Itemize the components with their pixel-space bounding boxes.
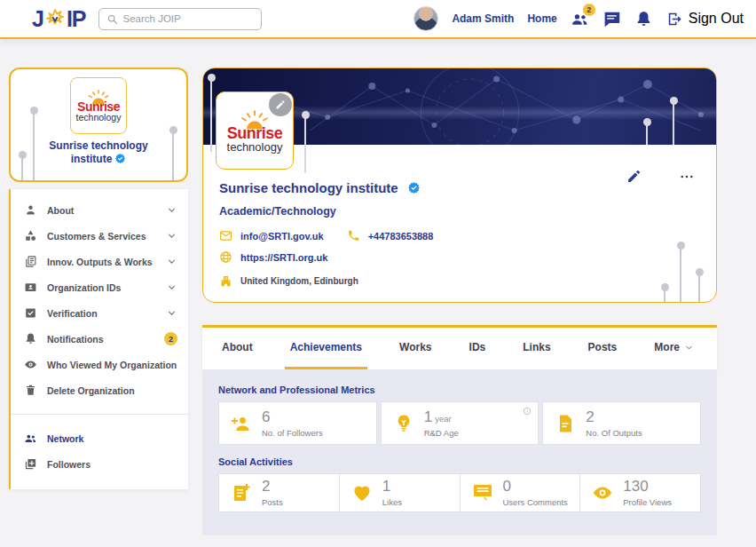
metric-card-likes: 1Likes — [340, 473, 461, 512]
org-email[interactable]: info@SRTI.gov.uk — [219, 229, 324, 242]
tab-label: Posts — [588, 341, 618, 353]
menu-divider — [11, 414, 188, 415]
metric-unit: year — [435, 414, 451, 424]
metric-label: R&D Age — [424, 428, 459, 438]
bell-icon — [24, 332, 37, 345]
notifications-button[interactable] — [634, 10, 653, 28]
envelope-icon — [219, 229, 232, 242]
app-screen: J IP Adam Smith Home 2 Sign Out — [0, 0, 756, 547]
org-logo: Sunrise technology — [227, 109, 283, 153]
sign-out-icon — [666, 11, 683, 28]
social-activities-title: Social Activities — [218, 456, 701, 467]
page-content: Sunrise technology Sunrise technology in… — [0, 39, 756, 535]
tab-label: Works — [399, 341, 431, 353]
search-input[interactable] — [123, 13, 254, 24]
sidebar-item-label: About — [47, 205, 156, 216]
org-profile-card: Sunrise technology Sunrise technology in… — [202, 67, 717, 303]
chevron-down-icon — [166, 307, 177, 319]
sidebar: Sunrise technology Sunrise technology in… — [9, 67, 188, 535]
chevron-down-icon — [166, 281, 177, 293]
sidebar-item-delete-organization[interactable]: Delete Organization — [11, 377, 188, 403]
tab-posts[interactable]: Posts — [583, 328, 623, 369]
org-mini-card[interactable]: Sunrise technology Sunrise technology in… — [9, 67, 188, 182]
metric-label: Likes — [382, 497, 402, 507]
tab-about[interactable]: About — [217, 328, 258, 369]
decorative-pin — [210, 81, 212, 152]
comment-icon — [472, 482, 493, 503]
search-box — [98, 8, 262, 30]
building-icon — [219, 274, 232, 288]
brand-line2: technology — [227, 141, 283, 153]
globe-icon — [219, 250, 232, 264]
tab-label: Achievements — [290, 341, 362, 353]
home-link[interactable]: Home — [527, 12, 556, 25]
verify-icon — [24, 306, 37, 320]
sidebar-item-verification[interactable]: Verification — [11, 300, 188, 326]
tab-ids[interactable]: IDs — [464, 328, 492, 369]
brand-line2: technology — [76, 113, 122, 123]
metric-value: 130 — [623, 479, 672, 494]
tab-label: Links — [523, 341, 550, 353]
pencil-icon — [275, 99, 286, 110]
sidebar-item-notifications[interactable]: Notifications2 — [11, 326, 188, 352]
org-logo-box: Sunrise technology — [216, 91, 294, 170]
network-requests-button[interactable]: 2 — [571, 10, 589, 28]
brand-line1: Sunrise — [227, 125, 283, 141]
metric-card-profile-views: 130Profile Views — [580, 473, 701, 512]
more-options-icon[interactable] — [679, 169, 695, 185]
logo-text-right: IP — [67, 6, 86, 32]
sign-out-button[interactable]: Sign Out — [666, 11, 744, 28]
tab-achievements[interactable]: Achievements — [285, 328, 367, 369]
edit-profile-icon[interactable] — [626, 169, 642, 184]
chevron-down-icon — [166, 256, 177, 267]
user-avatar[interactable] — [413, 6, 438, 31]
sidebar-item-label: Customers & Services — [47, 231, 156, 242]
app-logo[interactable]: J IP — [32, 6, 86, 32]
file-doc-icon — [555, 413, 576, 434]
professional-metrics-row: 6No. of Followers1yearR&D Age2No. Of Out… — [218, 401, 701, 445]
tab-works[interactable]: Works — [394, 328, 437, 369]
metric-card-posts: 2Posts — [218, 473, 340, 512]
decorative-pin — [304, 118, 306, 173]
metrics-panel: Network and Professional Metrics 6No. of… — [202, 369, 717, 535]
metric-label: No. of Followers — [262, 428, 323, 438]
brand-line1: Sunrise — [77, 100, 120, 113]
metric-value: 2 — [262, 479, 283, 494]
metric-label: Profile Views — [623, 497, 672, 507]
chevron-down-icon — [684, 343, 694, 353]
sidebar-item-label: Followers — [47, 459, 177, 470]
sidebar-item-who-viewed-my-organization[interactable]: Who Viewed My Organization — [11, 352, 188, 377]
joip-star-icon — [44, 8, 66, 29]
eye-icon — [592, 482, 613, 503]
add-box-icon — [24, 457, 37, 471]
tab-more[interactable]: More — [649, 328, 699, 369]
metric-label: No. Of Outputs — [586, 428, 642, 438]
bell-icon — [634, 10, 653, 28]
sidebar-item-label: Organization IDs — [47, 282, 156, 293]
edit-logo-button[interactable] — [269, 93, 292, 116]
category-icon — [24, 229, 37, 242]
org-actions — [626, 169, 695, 185]
stack-doc-icon — [24, 255, 37, 268]
chevron-down-icon — [166, 230, 177, 242]
messages-button[interactable] — [602, 10, 621, 28]
decorative-pin — [646, 125, 648, 145]
sidebar-item-network[interactable]: Network — [11, 425, 188, 451]
info-icon[interactable] — [523, 407, 532, 416]
tab-links[interactable]: Links — [517, 328, 555, 369]
sunrise-logo: Sunrise technology — [76, 89, 122, 123]
org-phone: +44783653888 — [347, 229, 434, 242]
sidebar-item-organization-ids[interactable]: Organization IDs — [11, 274, 188, 300]
org-location: United Kingdom, Edinburgh — [219, 274, 358, 288]
sidebar-item-followers[interactable]: Followers — [11, 451, 188, 477]
sidebar-item-innov-outputs-works[interactable]: Innov. Outputs & Works — [11, 249, 188, 274]
sign-out-label: Sign Out — [689, 11, 744, 27]
person-add-icon — [231, 413, 252, 434]
bulb-icon — [393, 413, 414, 434]
search-icon — [106, 13, 118, 25]
sidebar-item-about[interactable]: About — [11, 197, 188, 223]
user-name[interactable]: Adam Smith — [452, 12, 514, 25]
sidebar-item-customers-services[interactable]: Customers & Services — [11, 223, 188, 249]
profile-tabs: AboutAchievementsWorksIDsLinksPostsMore — [202, 325, 717, 369]
org-website[interactable]: https://SRTI.org.uk — [219, 250, 327, 264]
